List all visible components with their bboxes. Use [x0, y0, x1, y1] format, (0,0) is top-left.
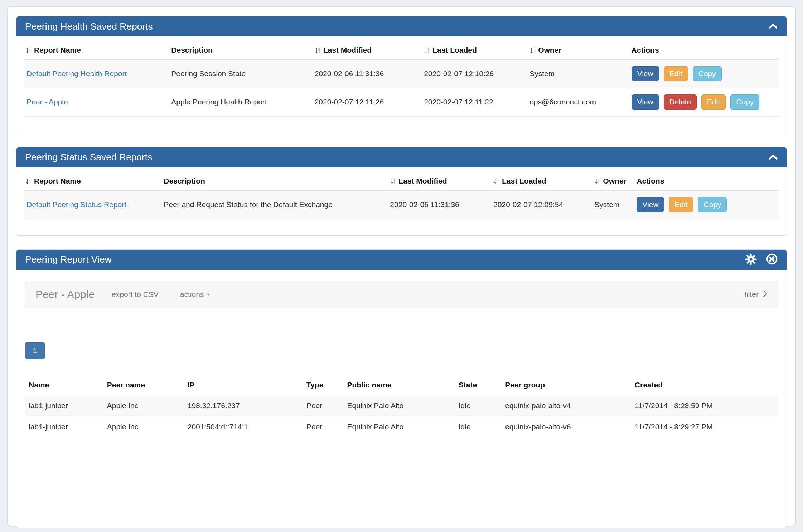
copy-button[interactable]: Copy — [730, 94, 759, 109]
cell-owner: System — [591, 190, 633, 219]
panel-header-report-view: Peering Report View — [16, 250, 787, 270]
panel-peering-health: Peering Health Saved Reports ↓↑Report Na… — [16, 16, 787, 133]
edit-button[interactable]: Edit — [664, 66, 688, 81]
column-header-last-loaded[interactable]: ↓↑Last Loaded — [490, 170, 591, 191]
cell-type: Peer — [303, 416, 344, 437]
report-link[interactable]: Peer - Apple — [26, 98, 68, 106]
filter-label: filter — [744, 290, 759, 299]
cell-peer-name: Apple Inc — [103, 416, 184, 437]
edit-button[interactable]: Edit — [669, 197, 693, 212]
panel-header-peering-status: Peering Status Saved Reports — [16, 147, 787, 167]
column-label: Report Name — [34, 46, 81, 54]
cell-actions: View Edit Copy — [633, 190, 779, 219]
panel-peering-status: Peering Status Saved Reports ↓↑Report Na… — [16, 147, 787, 236]
chevron-up-icon — [768, 154, 778, 161]
copy-button[interactable]: Copy — [693, 66, 722, 81]
cell-last-modified: 2020-02-07 12:11:26 — [311, 88, 421, 116]
view-button[interactable]: View — [632, 66, 659, 81]
column-label: Last Loaded — [502, 177, 546, 185]
view-button[interactable]: View — [637, 197, 664, 212]
cell-state: Idle — [455, 416, 502, 437]
panel-body: ↓↑Report Name Description ↓↑Last Modifie… — [16, 167, 787, 235]
cell-actions: View Edit Copy — [628, 60, 779, 88]
delete-button[interactable]: Delete — [664, 94, 697, 109]
column-header-last-modified[interactable]: ↓↑Last Modified — [386, 170, 490, 191]
sort-icon: ↓↑ — [493, 177, 499, 185]
collapse-button[interactable] — [768, 23, 778, 30]
sort-icon: ↓↑ — [25, 177, 31, 185]
report-link[interactable]: Default Peering Health Report — [26, 69, 127, 78]
cell-owner: System — [526, 60, 628, 88]
report-row: Default Peering Health Report Peering Se… — [24, 60, 779, 88]
sort-icon: ↓↑ — [390, 177, 395, 185]
table-header-row: Name Peer name IP Type Public name State… — [25, 377, 778, 395]
column-label: Description — [171, 46, 213, 54]
column-label: Last Modified — [323, 46, 372, 54]
cell-actions: View Delete Edit Copy — [628, 88, 779, 116]
report-toolbar: Peer - Apple export to CSV actions + fil… — [25, 281, 778, 308]
column-header-owner[interactable]: ↓↑Owner — [591, 170, 633, 191]
peer-row: lab1-juniper Apple Inc 2001:504:d::714:1… — [25, 416, 778, 437]
column-header-description: Description — [160, 170, 386, 191]
column-header-owner[interactable]: ↓↑Owner — [526, 39, 628, 60]
column-header-state: State — [455, 377, 502, 395]
edit-button[interactable]: Edit — [701, 94, 726, 109]
cell-peer-group: equinix-palo-alto-v6 — [502, 416, 631, 437]
report-row: Peer - Apple Apple Peering Health Report… — [24, 88, 779, 116]
column-header-peer-name: Peer name — [103, 377, 184, 395]
peer-row: lab1-juniper Apple Inc 198.32.176.237 Pe… — [25, 395, 778, 416]
export-csv-link[interactable]: export to CSV — [112, 290, 159, 299]
column-label: Last Modified — [398, 177, 447, 185]
column-header-report-name[interactable]: ↓↑Report Name — [24, 39, 168, 60]
settings-button[interactable] — [745, 253, 757, 267]
sort-icon: ↓↑ — [594, 177, 600, 185]
cell-public-name: Equinix Palo Alto — [344, 416, 455, 437]
column-header-report-name[interactable]: ↓↑Report Name — [24, 170, 160, 191]
panel-peering-report-view: Peering Report View — [16, 249, 787, 528]
cell-report-name: Default Peering Health Report — [24, 60, 168, 88]
report-link[interactable]: Default Peering Status Report — [26, 200, 126, 209]
pagination-page-1[interactable]: 1 — [25, 342, 45, 359]
column-label: Report Name — [34, 177, 81, 185]
close-circle-icon — [766, 253, 778, 266]
cell-last-loaded: 2020-02-07 12:11:22 — [420, 88, 526, 116]
panel-title: Peering Health Saved Reports — [25, 21, 153, 32]
column-header-ip: IP — [184, 377, 303, 395]
sort-icon: ↓↑ — [25, 46, 31, 54]
saved-reports-table: ↓↑Report Name Description ↓↑Last Modifie… — [24, 170, 779, 219]
pagination: 1 — [25, 342, 778, 359]
cell-last-loaded: 2020-02-07 12:10:26 — [420, 60, 526, 88]
chevron-right-icon — [763, 290, 768, 299]
cell-name: lab1-juniper — [25, 416, 103, 437]
filter-toggle[interactable]: filter — [744, 290, 768, 299]
column-header-last-loaded[interactable]: ↓↑Last Loaded — [420, 39, 526, 60]
sort-icon: ↓↑ — [424, 46, 429, 54]
cell-created: 11/7/2014 - 8:28:59 PM — [631, 395, 778, 416]
cell-state: Idle — [455, 395, 502, 416]
collapse-button[interactable] — [768, 154, 778, 161]
chevron-up-icon — [768, 23, 778, 30]
cell-name: lab1-juniper — [25, 395, 103, 416]
cell-last-modified: 2020-02-06 11:31:36 — [386, 190, 490, 219]
column-header-last-modified[interactable]: ↓↑Last Modified — [311, 39, 421, 60]
cell-last-modified: 2020-02-06 11:31:36 — [311, 60, 421, 88]
panel-header-peering-health: Peering Health Saved Reports — [16, 16, 787, 36]
report-view-body: Peer - Apple export to CSV actions + fil… — [16, 270, 787, 528]
copy-button[interactable]: Copy — [698, 197, 727, 212]
cell-peer-group: equinix-palo-alto-v4 — [502, 395, 631, 416]
panel-body: ↓↑Report Name Description ↓↑Last Modifie… — [16, 36, 787, 133]
cell-report-name: Peer - Apple — [24, 88, 168, 116]
cell-public-name: Equinix Palo Alto — [344, 395, 455, 416]
content-card: Peering Health Saved Reports ↓↑Report Na… — [7, 6, 796, 526]
cell-last-loaded: 2020-02-07 12:09:54 — [490, 190, 591, 219]
close-button[interactable] — [766, 253, 778, 266]
actions-menu-link[interactable]: actions + — [180, 290, 211, 299]
view-button[interactable]: View — [632, 94, 659, 109]
column-header-description: Description — [168, 39, 311, 60]
column-header-type: Type — [303, 377, 344, 395]
cell-ip: 2001:504:d::714:1 — [184, 416, 303, 437]
column-header-public-name: Public name — [344, 377, 455, 395]
column-label: Description — [164, 177, 205, 185]
column-label: Actions — [637, 177, 664, 185]
table-header-row: ↓↑Report Name Description ↓↑Last Modifie… — [24, 39, 779, 60]
